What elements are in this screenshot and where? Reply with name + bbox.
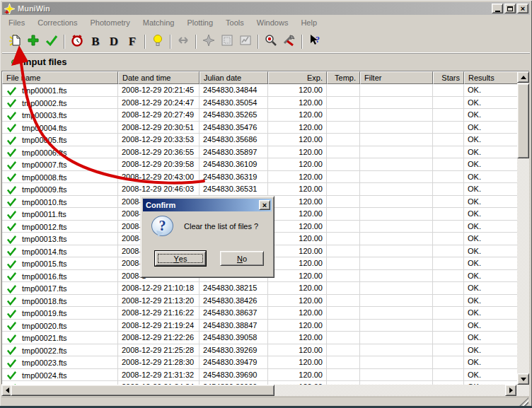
cell-julian[interactable]: 2454830.35897 (200, 146, 268, 159)
new-project-button[interactable] (6, 33, 24, 51)
cell-julian[interactable]: 2454830.34844 (200, 84, 268, 97)
light-curve-button[interactable] (236, 33, 255, 51)
cell-julian[interactable]: 2454830.35476 (200, 122, 268, 134)
table-row[interactable]: tmp00019.fts2008-12-29 21:16:222454830.3… (2, 307, 518, 320)
time-correction-button[interactable] (68, 33, 86, 51)
cell-filter[interactable] (360, 257, 433, 270)
no-button[interactable]: No (220, 251, 264, 266)
dialog-close-button[interactable]: × (259, 200, 270, 210)
vertical-scroll-thumb[interactable] (517, 83, 529, 158)
tools-button[interactable] (280, 33, 299, 51)
cell-julian[interactable]: 2454830.38847 (200, 320, 268, 332)
minimize-button[interactable] (492, 4, 503, 13)
cell-result[interactable]: OK. (464, 245, 518, 258)
cell-julian[interactable]: 2454830.38215 (200, 282, 268, 295)
menu-windows[interactable]: Windows (250, 17, 295, 28)
cell-file[interactable]: tmp00021.fts (2, 332, 118, 344)
cell-temp[interactable] (327, 282, 360, 295)
cell-filter[interactable] (360, 183, 433, 196)
cell-filter[interactable] (360, 356, 433, 369)
cell-datetime[interactable]: 2008-12-29 21:31:32 (118, 369, 200, 382)
cell-result[interactable]: OK. (464, 282, 518, 295)
cell-temp[interactable] (327, 270, 360, 283)
cell-filter[interactable] (360, 196, 433, 209)
cell-temp[interactable] (327, 109, 360, 122)
table-row[interactable]: tmp00005.fts2008-12-29 20:33:532454830.3… (2, 134, 518, 146)
cell-stars[interactable] (433, 146, 464, 159)
cell-datetime[interactable]: 2008-12-29 20:33:53 (118, 134, 200, 146)
cell-filter[interactable] (360, 221, 433, 233)
maximize-button[interactable] (504, 4, 516, 13)
cell-file[interactable]: tmp00006.fts (2, 146, 118, 159)
cell-file[interactable]: tmp00007.fts (2, 158, 118, 171)
cell-exp[interactable]: 120.00 (268, 344, 327, 357)
cell-datetime[interactable]: 2008-12-29 20:24:47 (118, 97, 200, 110)
table-row[interactable]: tmp00020.fts2008-12-29 21:19:242454830.3… (2, 320, 518, 332)
cell-stars[interactable] (433, 122, 464, 134)
cell-file[interactable]: tmp00005.fts (2, 134, 118, 146)
cell-temp[interactable] (327, 332, 360, 344)
column-header-date-and-time[interactable]: Date and time (118, 71, 200, 84)
cell-julian[interactable]: 2454830.38426 (200, 295, 268, 308)
photometry-button[interactable] (149, 33, 167, 51)
cell-file[interactable]: tmp00018.fts (2, 295, 118, 308)
dark-correction-button[interactable]: D (105, 33, 123, 51)
cell-result[interactable]: OK. (464, 307, 518, 320)
table-row[interactable]: tmp00001.fts2008-12-29 20:21:452454830.3… (2, 84, 518, 97)
table-row[interactable]: tmp00017.fts2008-12-29 21:10:182454830.3… (2, 282, 518, 295)
column-header-temp[interactable]: Temp. (327, 71, 360, 84)
cell-datetime[interactable]: 2008-12-29 21:28:30 (118, 356, 200, 369)
cell-exp[interactable]: 120.00 (268, 257, 327, 270)
cell-result[interactable]: OK. (464, 146, 518, 159)
bias-correction-button[interactable]: B (86, 33, 105, 51)
cell-result[interactable]: OK. (464, 332, 518, 344)
cell-exp[interactable]: 120.00 (268, 356, 327, 369)
cell-datetime[interactable]: 2008-12-29 20:27:49 (118, 109, 200, 122)
cell-temp[interactable] (327, 257, 360, 270)
cell-result[interactable]: OK. (464, 356, 518, 369)
cell-filter[interactable] (360, 369, 433, 382)
cell-stars[interactable] (433, 282, 464, 295)
cell-file[interactable]: tmp00002.fts (2, 97, 118, 110)
cell-result[interactable]: OK. (464, 171, 518, 184)
context-help-button[interactable]: ? (306, 33, 324, 51)
cell-filter[interactable] (360, 146, 433, 159)
check-files-button[interactable] (42, 33, 61, 51)
cell-filter[interactable] (360, 109, 433, 122)
flat-correction-button[interactable]: F (123, 33, 141, 51)
cell-exp[interactable]: 120.00 (268, 109, 327, 122)
cell-file[interactable]: tmp00017.fts (2, 282, 118, 295)
cell-result[interactable]: OK. (464, 369, 518, 382)
cell-stars[interactable] (433, 320, 464, 332)
cell-filter[interactable] (360, 158, 433, 171)
cell-result[interactable]: OK. (464, 208, 518, 221)
cell-datetime[interactable]: 2008-12-29 21:16:22 (118, 307, 200, 320)
cell-result[interactable]: OK. (464, 134, 518, 146)
cell-julian[interactable]: 2454830.35265 (200, 109, 268, 122)
cell-stars[interactable] (433, 109, 464, 122)
cell-temp[interactable] (327, 122, 360, 134)
cell-filter[interactable] (360, 84, 433, 97)
find-variables-button[interactable] (200, 33, 218, 51)
cell-exp[interactable]: 120.00 (268, 134, 327, 146)
cell-exp[interactable]: 120.00 (268, 233, 327, 245)
cell-stars[interactable] (433, 84, 464, 97)
cell-exp[interactable]: 120.00 (268, 270, 327, 283)
cell-julian[interactable]: 2454830.39690 (200, 369, 268, 382)
table-row[interactable]: tmp00006.fts2008-12-29 20:36:552454830.3… (2, 146, 518, 159)
cell-result[interactable]: OK. (464, 257, 518, 270)
cell-file[interactable]: tmp00024.fts (2, 369, 118, 382)
cell-exp[interactable]: 120.00 (268, 183, 327, 196)
cell-result[interactable]: OK. (464, 233, 518, 245)
cell-temp[interactable] (327, 134, 360, 146)
cell-datetime[interactable]: 2008-12-29 21:10:18 (118, 282, 200, 295)
column-header-exp[interactable]: Exp. (268, 71, 327, 84)
cell-file[interactable]: tmp00023.fts (2, 356, 118, 369)
table-row[interactable]: tmp00023.fts2008-12-29 21:28:302454830.3… (2, 356, 518, 369)
cell-file[interactable]: tmp00014.fts (2, 245, 118, 258)
search-button[interactable] (262, 33, 280, 51)
cell-filter[interactable] (360, 295, 433, 308)
cell-file[interactable]: tmp00015.fts (2, 257, 118, 270)
cell-file[interactable]: tmp00010.fts (2, 196, 118, 209)
cell-file[interactable]: tmp00008.fts (2, 171, 118, 184)
